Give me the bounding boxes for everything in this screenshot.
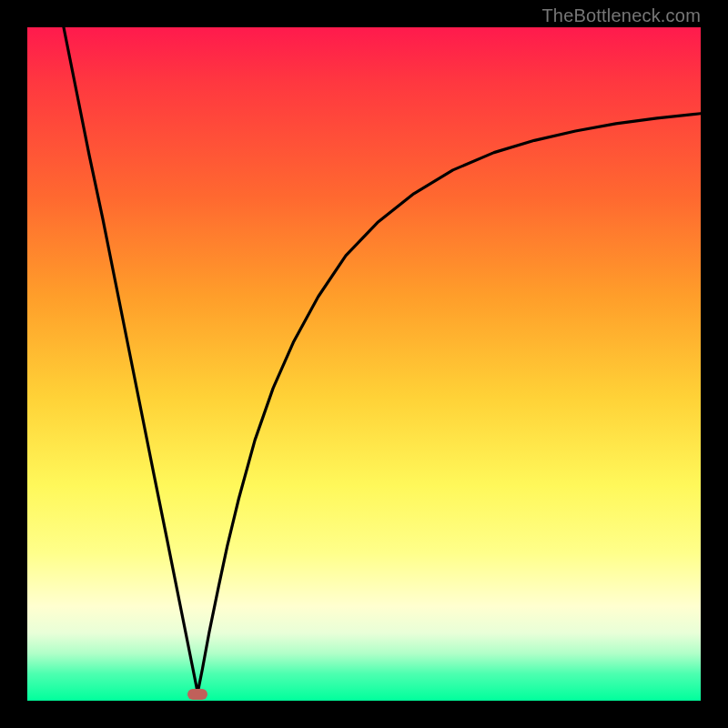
plot-frame [27, 27, 701, 701]
attribution-text: TheBottleneck.com [541, 5, 701, 26]
curve-plot [27, 27, 701, 701]
optimum-marker [187, 689, 207, 700]
bottleneck-curve [64, 27, 701, 693]
